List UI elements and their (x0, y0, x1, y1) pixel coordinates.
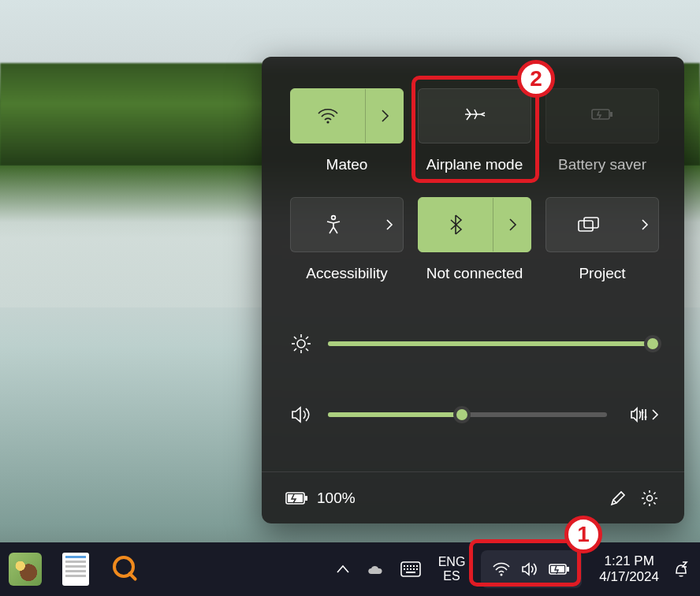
svg-rect-1 (592, 110, 609, 119)
volume-output-button[interactable] (629, 406, 659, 423)
tile-project: Project (545, 197, 659, 282)
gear-icon (640, 489, 659, 508)
svg-rect-29 (404, 568, 405, 570)
svg-rect-33 (416, 568, 418, 570)
tray-overflow-button[interactable] (328, 542, 358, 596)
language-bottom: ES (443, 569, 460, 583)
accessibility-toggle[interactable] (290, 197, 404, 252)
wifi-expand-button[interactable] (365, 89, 403, 143)
svg-rect-24 (404, 565, 405, 567)
tile-bluetooth: Not connected (418, 197, 531, 282)
keyboard-icon (400, 561, 421, 577)
svg-point-17 (642, 412, 644, 414)
cloud-icon (366, 563, 385, 576)
project-toggle[interactable] (545, 197, 659, 252)
svg-rect-30 (407, 568, 408, 570)
tile-battery-saver: Battery saver (545, 88, 659, 173)
svg-line-14 (306, 337, 308, 339)
bluetooth-expand-button[interactable] (493, 198, 531, 251)
notifications-button[interactable] (667, 542, 700, 596)
chevron-up-icon (336, 564, 350, 575)
notepad-icon (62, 553, 89, 586)
volume-icon (290, 405, 312, 424)
bluetooth-icon (419, 198, 493, 251)
svg-rect-27 (413, 565, 415, 567)
svg-rect-32 (413, 568, 415, 570)
brightness-icon (290, 333, 312, 355)
svg-point-0 (326, 121, 329, 123)
volume-mixer-icon (629, 406, 650, 423)
brightness-slider-row (290, 333, 659, 355)
accessibility-icon (291, 198, 376, 251)
taskbar-app-1[interactable] (0, 547, 50, 591)
wifi-toggle[interactable] (290, 88, 404, 143)
settings-button[interactable] (634, 482, 665, 514)
edit-quick-settings-button[interactable] (602, 482, 634, 514)
accessibility-expand-button[interactable] (376, 198, 403, 251)
bluetooth-label: Not connected (426, 265, 523, 282)
language-top: ENG (438, 555, 466, 569)
tray-onedrive[interactable] (358, 542, 393, 596)
volume-slider[interactable] (328, 412, 607, 417)
search-icon (113, 556, 140, 583)
annotation-box-1 (469, 539, 581, 587)
language-switcher[interactable]: ENG ES (429, 542, 475, 596)
svg-point-18 (645, 416, 647, 419)
svg-rect-21 (305, 496, 307, 501)
svg-point-22 (647, 495, 653, 501)
project-expand-button[interactable] (631, 198, 658, 251)
sliders-section (290, 333, 659, 424)
brightness-slider[interactable] (328, 341, 659, 346)
battery-saver-icon (590, 106, 615, 125)
battery-saver-label: Battery saver (558, 156, 646, 173)
svg-point-6 (297, 340, 305, 348)
battery-percent-text: 100% (317, 490, 356, 507)
project-icon (546, 198, 631, 251)
accessibility-label: Accessibility (306, 265, 387, 282)
annotation-box-2 (411, 76, 539, 183)
svg-line-11 (294, 337, 296, 339)
svg-rect-31 (410, 568, 411, 570)
annotation-badge-2: 2 (517, 60, 555, 98)
tile-wifi: Mateo (290, 88, 404, 173)
svg-point-3 (332, 216, 336, 220)
project-label: Project (579, 265, 625, 282)
svg-rect-26 (410, 565, 411, 567)
wifi-label: Mateo (326, 156, 368, 173)
bell-snooze-icon (672, 560, 691, 579)
svg-rect-28 (416, 565, 418, 567)
app-thumbnail-icon (9, 553, 42, 586)
tray-input-indicator[interactable] (393, 542, 429, 596)
battery-status[interactable]: 100% (285, 490, 356, 507)
battery-icon (285, 491, 309, 505)
chevron-right-icon (385, 218, 393, 231)
wifi-icon (291, 89, 365, 143)
bluetooth-toggle[interactable] (418, 197, 531, 252)
chevron-right-icon (651, 408, 659, 421)
chevron-right-icon (507, 217, 518, 233)
taskbar-pinned-apps (0, 547, 151, 591)
taskbar-app-notepad[interactable] (50, 547, 101, 591)
svg-line-13 (294, 348, 296, 351)
chevron-right-icon (379, 108, 390, 124)
taskbar: ENG ES 1:21 PM 4/17/2024 (0, 542, 700, 596)
taskbar-search-button[interactable] (101, 547, 151, 591)
svg-rect-25 (407, 565, 408, 567)
svg-rect-5 (584, 218, 598, 228)
pencil-icon (609, 490, 627, 507)
taskbar-clock[interactable]: 1:21 PM 4/17/2024 (588, 542, 667, 596)
tile-accessibility: Accessibility (290, 197, 404, 282)
svg-line-12 (306, 348, 308, 351)
volume-slider-row (290, 405, 659, 424)
clock-date: 4/17/2024 (599, 569, 659, 585)
svg-rect-34 (406, 572, 415, 573)
battery-saver-toggle[interactable] (545, 88, 659, 143)
quick-settings-footer: 100% (262, 471, 684, 523)
svg-rect-4 (579, 221, 593, 231)
clock-time: 1:21 PM (605, 553, 654, 569)
annotation-badge-1: 1 (564, 516, 602, 553)
svg-rect-2 (610, 112, 612, 117)
svg-rect-20 (288, 494, 303, 502)
chevron-right-icon (641, 218, 649, 231)
